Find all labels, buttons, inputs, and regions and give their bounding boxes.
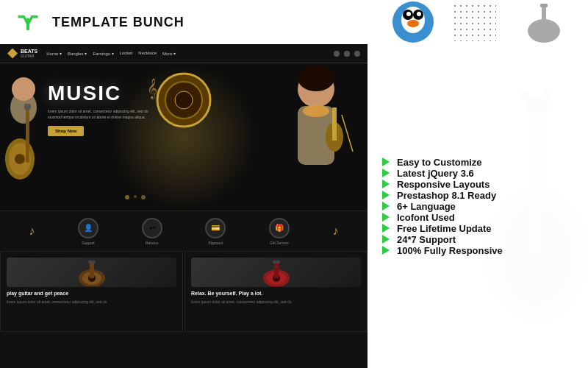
- left-note-icon: ♪: [29, 224, 35, 238]
- support-icon-circle: 👤: [78, 218, 98, 238]
- payment-icon-circle: 💳: [205, 218, 226, 238]
- svg-rect-40: [273, 261, 280, 263]
- dots-pattern: [452, 3, 496, 41]
- payment-label: Payment: [208, 241, 223, 245]
- site-logo-text-block: BEATS GUITAR: [21, 49, 37, 58]
- product-title-2: Relax. Be yourself. Play a lot.: [191, 290, 361, 297]
- arrow-icon-4: [382, 202, 390, 210]
- feature-label-4: 6+ Language: [397, 201, 456, 212]
- site-logo: BEATS GUITAR: [7, 49, 37, 59]
- nav-link-home[interactable]: Home ▾: [46, 51, 62, 56]
- feature-item-2: Responsive Layouts: [382, 179, 573, 190]
- feature-item-7: 24*7 Support: [382, 234, 573, 245]
- hero-title: MUSIC: [48, 82, 151, 105]
- feature-item-4: 6+ Language: [382, 201, 573, 212]
- product-desc-2: lorem ipsum dolor sit amet, consectetur …: [191, 300, 361, 305]
- puffin-mascot: [392, 1, 434, 43]
- cart-icon[interactable]: [354, 51, 360, 57]
- arrow-icon-3: [382, 191, 390, 199]
- svg-point-23: [175, 91, 193, 109]
- svg-point-15: [12, 77, 35, 101]
- templatebunch-logo-icon: [15, 9, 41, 35]
- product-card-1: play guitar and get peace lorem ipsum do…: [0, 251, 183, 332]
- feature-label-0: Easy to Customize: [397, 157, 482, 168]
- site-logo-sub: GUITAR: [21, 54, 37, 58]
- hero-shop-button[interactable]: Shop Now: [48, 126, 84, 136]
- products-row: play guitar and get peace lorem ipsum do…: [0, 251, 368, 332]
- arrow-icon-8: [382, 246, 390, 255]
- bokeh-dots: [125, 195, 146, 199]
- svg-point-6: [417, 12, 421, 16]
- product-img-2: [191, 258, 361, 287]
- feature-item-1: Latest jQuery 3.6: [382, 168, 573, 179]
- feature-payment: 💳 Payment: [205, 218, 226, 245]
- svg-rect-19: [26, 107, 29, 163]
- templatebunch-logo-text: TEMPLATE BUNCH: [52, 15, 184, 30]
- nav-link-bangles[interactable]: Bangles ▾: [68, 51, 87, 56]
- site-logo-name: BEATS: [21, 49, 37, 54]
- gift-label: Gift Service: [270, 241, 289, 245]
- svg-point-30: [303, 105, 329, 117]
- svg-rect-39: [274, 262, 279, 278]
- right-note-icon: ♪: [333, 224, 339, 238]
- hero-person-right: [272, 63, 360, 210]
- product-title-1: play guitar and get peace: [7, 290, 176, 297]
- svg-rect-35: [88, 261, 96, 263]
- feature-item-8: 100% Fully Responsive: [382, 245, 573, 256]
- website-preview: BEATS GUITAR Home ▾ Bangles ▾ Earnings ▾…: [0, 44, 368, 368]
- hero-person-left: [4, 63, 44, 210]
- hero-description: lorem ipsum dolor sit amet, consectetur …: [48, 108, 151, 120]
- arrow-icon-6: [382, 224, 390, 233]
- arrow-icon-1: [382, 169, 390, 177]
- returns-label: Returns: [146, 241, 159, 245]
- feature-label-6: Free Lifetime Update: [397, 223, 492, 234]
- site-nav-links: Home ▾ Bangles ▾ Earnings ▾ Locket Neckl…: [46, 51, 325, 56]
- site-navbar: BEATS GUITAR Home ▾ Bangles ▾ Earnings ▾…: [0, 44, 368, 63]
- nav-link-locket[interactable]: Locket: [120, 51, 133, 56]
- hero-center-instrument: [154, 71, 213, 132]
- feature-item-3: Prestashop 8.1 Ready: [382, 190, 573, 201]
- feature-label-5: Icofont Used: [397, 212, 455, 223]
- nav-link-more[interactable]: More ▾: [162, 51, 176, 56]
- svg-rect-20: [24, 104, 31, 110]
- svg-point-18: [15, 154, 25, 164]
- feature-item-0: Easy to Customize: [382, 157, 573, 168]
- svg-rect-47: [544, 90, 551, 101]
- feature-label-1: Latest jQuery 3.6: [397, 168, 474, 179]
- product-img-1: [7, 258, 176, 287]
- feature-returns: ↩ Returns: [142, 218, 162, 245]
- features-list: Easy to CustomizeLatest jQuery 3.6Respon…: [368, 44, 588, 368]
- feature-support: 👤 Support: [78, 218, 98, 245]
- hero-text-area: MUSIC lorem ipsum dolor sit amet, consec…: [48, 82, 151, 136]
- svg-rect-46: [522, 90, 529, 101]
- feature-label-8: 100% Fully Responsive: [397, 245, 503, 256]
- site-features-row: ♪ 👤 Support ↩ Returns 💳 Payment 🎁 Gift S…: [0, 210, 368, 251]
- product-card-2: Relax. Be yourself. Play a lot. lorem ip…: [184, 251, 368, 332]
- features-list-container: Easy to CustomizeLatest jQuery 3.6Respon…: [382, 157, 573, 256]
- site-nav-icons: [334, 51, 360, 57]
- site-logo-icon: [7, 49, 18, 59]
- feature-label-3: Prestashop 8.1 Ready: [397, 190, 496, 201]
- svg-point-5: [406, 12, 411, 16]
- hero-section: 𝄞 MUSIC lorem ipsum dolor sit amet, cons…: [0, 63, 368, 210]
- arrow-icon-2: [382, 180, 390, 188]
- arrow-icon-7: [382, 235, 390, 244]
- top-header: TEMPLATE BUNCH: [0, 0, 588, 44]
- returns-icon-circle: ↩: [142, 218, 162, 238]
- svg-line-29: [342, 115, 353, 152]
- gift-icon-circle: 🎁: [269, 218, 290, 238]
- user-icon[interactable]: [344, 51, 350, 57]
- svg-rect-45: [526, 97, 548, 112]
- svg-point-25: [298, 65, 334, 91]
- arrow-icon-5: [382, 213, 390, 222]
- nav-link-earnings[interactable]: Earnings ▾: [93, 51, 113, 56]
- support-label: Support: [82, 241, 95, 245]
- search-icon[interactable]: [334, 51, 340, 57]
- svg-rect-28: [332, 107, 337, 141]
- arrow-icon-0: [382, 158, 390, 166]
- svg-rect-34: [90, 262, 94, 278]
- feature-label-7: 24*7 Support: [397, 234, 456, 245]
- nav-link-necklace[interactable]: Necklace: [138, 51, 157, 56]
- feature-item-5: Icofont Used: [382, 212, 573, 223]
- main-content: BEATS GUITAR Home ▾ Bangles ▾ Earnings ▾…: [0, 44, 588, 368]
